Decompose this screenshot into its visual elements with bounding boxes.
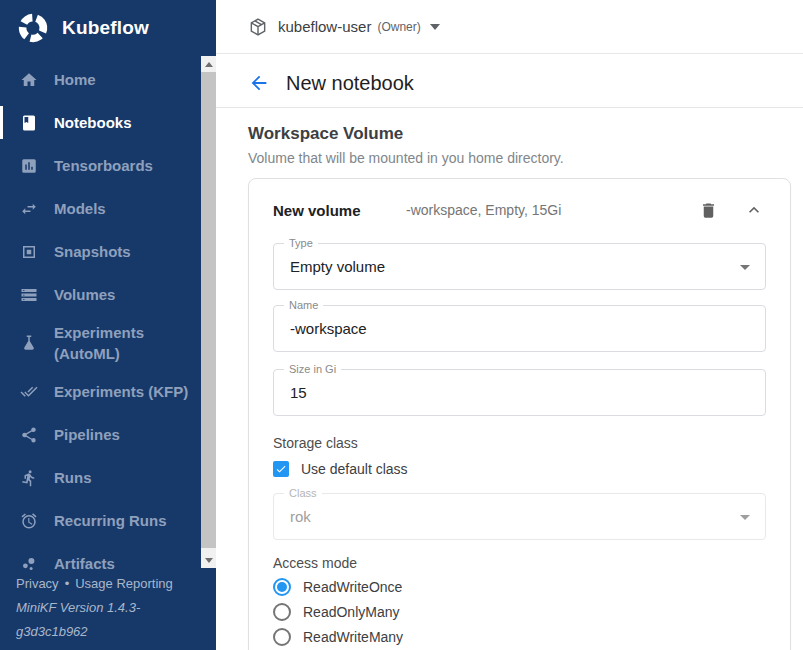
sidebar-item-label: Experiments (AutoML) xyxy=(54,322,200,364)
sidebar-footer: Privacy • Usage Reporting MiniKF Version… xyxy=(16,576,173,644)
notebook-icon xyxy=(20,114,38,132)
usage-reporting-link[interactable]: Usage Reporting xyxy=(75,576,173,591)
runner-icon xyxy=(20,469,38,487)
use-default-class-label: Use default class xyxy=(301,461,408,477)
scroll-down-button[interactable] xyxy=(201,552,216,568)
class-label: Class xyxy=(284,487,322,500)
triangle-up-icon xyxy=(205,62,213,67)
sidebar-item-notebooks[interactable]: Notebooks xyxy=(0,101,200,144)
namespace-name[interactable]: kubeflow-user xyxy=(278,18,371,35)
radio-label: ReadWriteOnce xyxy=(303,579,402,595)
type-value: Empty volume xyxy=(274,244,765,289)
name-input[interactable] xyxy=(274,306,765,351)
select-caret-icon xyxy=(740,265,750,270)
radio-readwritemany[interactable] xyxy=(273,628,291,646)
sidebar-nav: Home Notebooks Tensorboards Models xyxy=(0,58,200,585)
scrollbar-thumb[interactable] xyxy=(201,72,216,548)
sidebar-item-label: Artifacts xyxy=(54,555,115,572)
alarm-clock-icon xyxy=(20,512,38,530)
type-label: Type xyxy=(284,237,318,250)
sidebar-item-label: Pipelines xyxy=(54,426,120,443)
radio-dot xyxy=(277,582,287,592)
home-icon xyxy=(20,71,38,89)
version-line-2: g3d3c1b962 xyxy=(16,620,173,644)
name-label: Name xyxy=(284,299,323,312)
check-icon xyxy=(275,463,287,475)
radio-readwriteonce[interactable] xyxy=(273,578,291,596)
section-subtitle: Volume that will be mounted in you home … xyxy=(248,150,803,166)
sidebar-item-models[interactable]: Models xyxy=(0,187,200,230)
access-mode-option-readonlymany[interactable]: ReadOnlyMany xyxy=(273,603,766,621)
chart-box-icon xyxy=(20,157,38,175)
scroll-up-button[interactable] xyxy=(201,56,216,72)
sidebar-item-label: Models xyxy=(54,200,106,217)
sidebar-item-pipelines[interactable]: Pipelines xyxy=(0,413,200,456)
select-caret-icon xyxy=(740,515,750,520)
sidebar-item-home[interactable]: Home xyxy=(0,58,200,101)
radio-dot xyxy=(277,607,287,617)
storage-class-label: Storage class xyxy=(273,435,766,451)
logo-area[interactable]: Kubeflow xyxy=(0,0,216,56)
volume-card-header[interactable]: New volume -workspace, Empty, 15Gi xyxy=(273,193,766,227)
volume-summary: -workspace, Empty, 15Gi xyxy=(406,202,696,218)
kubeflow-logo-icon xyxy=(16,11,50,45)
section-title: Workspace Volume xyxy=(248,124,803,144)
type-select[interactable]: Type Empty volume xyxy=(273,243,766,290)
page-header: New notebook xyxy=(216,54,803,108)
access-mode-option-readwriteonce[interactable]: ReadWriteOnce xyxy=(273,578,766,596)
sidebar-item-tensorboards[interactable]: Tensorboards xyxy=(0,144,200,187)
storage-icon xyxy=(20,286,38,304)
sidebar-item-label: Experiments (KFP) xyxy=(54,383,188,400)
use-default-class-checkbox[interactable] xyxy=(273,461,289,477)
arrow-back-icon xyxy=(248,72,270,94)
logo-text: Kubeflow xyxy=(62,17,149,39)
access-mode-label: Access mode xyxy=(273,555,766,571)
collapse-volume-button[interactable] xyxy=(742,198,766,222)
radio-readonlymany[interactable] xyxy=(273,603,291,621)
trash-icon xyxy=(699,201,718,220)
sidebar-item-runs[interactable]: Runs xyxy=(0,456,200,499)
sidebar-item-label: Tensorboards xyxy=(54,157,153,174)
footer-separator: • xyxy=(65,576,70,591)
radio-label: ReadWriteMany xyxy=(303,629,403,645)
size-input[interactable] xyxy=(274,370,765,415)
delete-volume-button[interactable] xyxy=(696,198,720,222)
size-field: Size in Gi xyxy=(273,369,766,416)
pipeline-graph-icon xyxy=(20,426,38,444)
sidebar-item-recurring-runs[interactable]: Recurring Runs xyxy=(0,499,200,542)
use-default-class-row[interactable]: Use default class xyxy=(273,461,766,477)
sidebar: Kubeflow Home Notebooks Tensorboards xyxy=(0,0,216,650)
volume-card: New volume -workspace, Empty, 15Gi Type … xyxy=(248,178,791,650)
sidebar-item-label: Snapshots xyxy=(54,243,131,260)
sidebar-item-label: Notebooks xyxy=(54,114,132,131)
namespace-role: (Owner) xyxy=(377,20,420,34)
volume-title: New volume xyxy=(273,202,406,219)
sidebar-item-volumes[interactable]: Volumes xyxy=(0,273,200,316)
sidebar-item-snapshots[interactable]: Snapshots xyxy=(0,230,200,273)
namespace-dropdown-caret-icon[interactable] xyxy=(430,24,440,30)
snapshot-icon xyxy=(20,243,38,261)
size-label: Size in Gi xyxy=(284,363,341,376)
bubbles-icon xyxy=(20,555,38,573)
active-indicator xyxy=(0,106,3,139)
sidebar-item-experiments-automl[interactable]: Experiments (AutoML) xyxy=(0,316,200,370)
app-window: Kubeflow Home Notebooks Tensorboards xyxy=(0,0,803,650)
name-field: Name xyxy=(273,305,766,352)
section-header: Workspace Volume Volume that will be mou… xyxy=(216,108,803,166)
privacy-link[interactable]: Privacy xyxy=(16,576,59,591)
swap-arrows-icon xyxy=(20,200,38,218)
radio-label: ReadOnlyMany xyxy=(303,604,400,620)
sidebar-item-label: Volumes xyxy=(54,286,115,303)
back-button[interactable] xyxy=(248,71,272,95)
sidebar-item-label: Recurring Runs xyxy=(54,512,167,529)
namespace-cube-icon xyxy=(248,17,268,37)
radio-dot xyxy=(277,632,287,642)
sidebar-item-experiments-kfp[interactable]: Experiments (KFP) xyxy=(0,370,200,413)
sidebar-scrollbar[interactable] xyxy=(201,56,216,568)
flask-icon xyxy=(20,334,38,352)
sidebar-item-label: Runs xyxy=(54,469,92,486)
main-content: New notebook Workspace Volume Volume tha… xyxy=(216,54,803,650)
access-mode-option-readwritemany[interactable]: ReadWriteMany xyxy=(273,628,766,646)
class-select: Class rok xyxy=(273,493,766,540)
top-bar: kubeflow-user (Owner) xyxy=(216,0,803,54)
